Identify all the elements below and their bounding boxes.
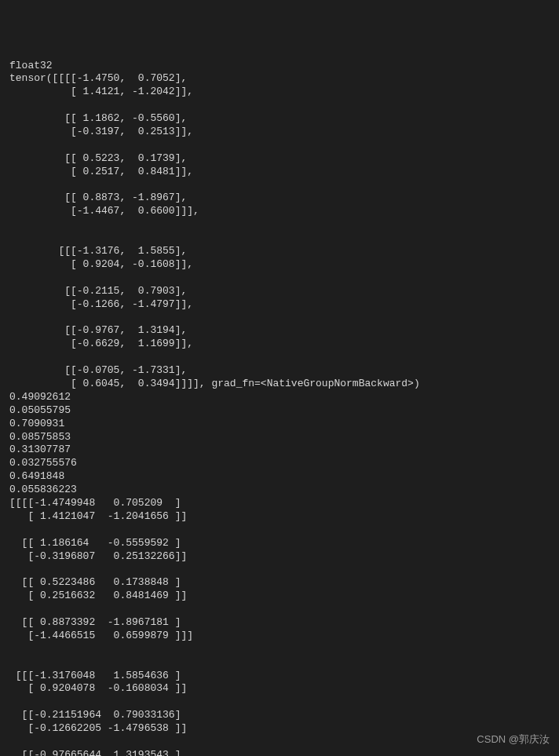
terminal-text: float32 tensor([[[[-1.4750, 0.7052], [ 1… <box>9 60 420 756</box>
watermark-text: CSDN @郭庆汝 <box>477 733 550 745</box>
terminal-output: float32 tensor([[[[-1.4750, 0.7052], [ 1… <box>9 60 550 756</box>
watermark: CSDN @郭庆汝 <box>477 733 550 747</box>
